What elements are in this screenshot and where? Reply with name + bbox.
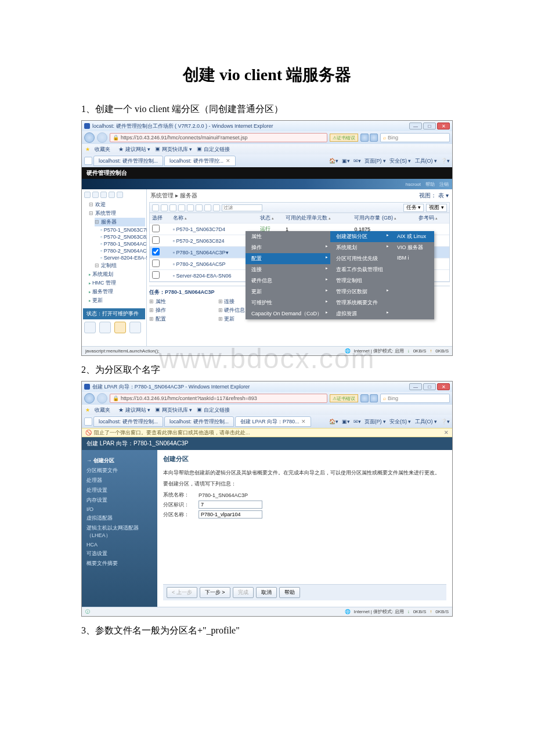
ctx-item[interactable]: 管理定制组 (330, 275, 391, 286)
col-status[interactable]: 状态 (258, 213, 283, 224)
forward-button[interactable] (97, 132, 107, 143)
ctx-item[interactable]: 创建逻辑分区 (330, 231, 391, 242)
wizard-step[interactable]: 分区概要文件 (86, 466, 153, 476)
url-input[interactable]: 🔒https://10.43.246.91/hmc/connects/mainu… (110, 133, 327, 142)
nav-fwd-icon[interactable] (92, 192, 99, 198)
tbl-refresh-icon[interactable] (204, 204, 211, 211)
fav-suggested[interactable]: ★ 建议网站 ▾ (118, 406, 150, 414)
status-error-icon[interactable] (99, 322, 111, 333)
tab-close-icon[interactable]: ✕ (301, 419, 306, 424)
favorites-label[interactable]: 收藏夹 (95, 146, 110, 153)
mail-icon[interactable]: ✉▾ (353, 158, 361, 164)
fav-webslice[interactable]: ▣ 网页快讯库 ▾ (155, 146, 192, 153)
favorites-icon[interactable]: ★ (85, 146, 90, 152)
fav-custom[interactable]: ▣ 自定义链接 (197, 146, 230, 153)
wizard-step[interactable]: 逻辑主机以太网适配器（LHEA） (86, 523, 153, 541)
nav-servers[interactable]: 服务器 (95, 218, 145, 226)
window-minimize-button[interactable]: — (409, 123, 422, 129)
ctx-item[interactable]: AIX 或 Linux (391, 231, 434, 242)
ctx-item[interactable]: VIO 服务器 (391, 242, 434, 253)
wizard-step[interactable]: 内存设置 (86, 495, 153, 505)
filter-input[interactable] (222, 204, 262, 211)
row-checkbox[interactable] (152, 260, 160, 267)
nav-svcmgmt[interactable]: 服务管理 (89, 287, 145, 296)
nav-sysmgmt[interactable]: 系统管理 (89, 209, 145, 218)
col-mem[interactable]: 可用内存量 (GB) (352, 213, 416, 224)
prev-button[interactable]: < 上一步 (167, 587, 197, 598)
browser-tab[interactable]: localhost: 硬件管理控制... (93, 416, 163, 427)
wizard-step[interactable]: 可选设置 (86, 549, 153, 559)
back-button[interactable] (84, 393, 95, 404)
nav-server-item[interactable]: P780-1_SN064AC3P (100, 240, 145, 247)
help-button[interactable]: 帮助 (279, 587, 300, 598)
popup-close-icon[interactable]: ✕ (444, 430, 449, 435)
back-button[interactable] (84, 132, 95, 143)
nav-welcome[interactable]: 欢迎 (89, 200, 145, 209)
search-input[interactable]: ⌕Bing (380, 394, 450, 403)
status-ok-icon[interactable] (129, 322, 141, 333)
refresh-icon[interactable] (360, 394, 369, 402)
tasks-menu[interactable]: 任务 ▾ (403, 204, 424, 212)
mail-icon[interactable]: ✉▾ (353, 419, 361, 424)
tbl-sort-icon[interactable] (196, 204, 203, 211)
tbl-copy-icon[interactable] (161, 204, 168, 211)
quick-tabs-icon[interactable] (84, 157, 92, 165)
url-input[interactable]: 🔒https://10.43.246.91/hmc/content?taskId… (110, 394, 327, 403)
browser-tab[interactable]: localhost: 硬件管理控制... (93, 156, 163, 166)
input-partition-id[interactable] (199, 501, 262, 509)
cancel-button[interactable]: 取消 (256, 587, 277, 598)
cert-error-button[interactable]: ⚠ 证书错误 (330, 394, 358, 402)
ctx-item[interactable]: 更新 (246, 286, 330, 297)
input-partition-name[interactable] (199, 510, 262, 519)
status-warn-icon[interactable] (114, 322, 126, 333)
window-minimize-button[interactable]: — (409, 383, 422, 390)
wizard-step[interactable]: HCA (86, 541, 153, 549)
feeds-icon[interactable]: ▣▾ (342, 419, 350, 424)
help-icon[interactable]: ❔▾ (441, 419, 450, 424)
window-maximize-button[interactable]: □ (423, 383, 436, 390)
col-name[interactable]: 名称 (171, 213, 258, 224)
safety-menu[interactable]: 安全(S) ▾ (389, 418, 412, 426)
task-link[interactable]: 硬件信息 (218, 306, 246, 315)
nav-hmcmgmt[interactable]: HMC 管理 (89, 279, 145, 287)
page-menu[interactable]: 页面(P) ▾ (365, 418, 387, 426)
ctx-item[interactable]: Capacity On Demand（CoD） (246, 308, 330, 319)
stop-icon[interactable] (370, 134, 378, 142)
ctx-item[interactable]: IBM i (391, 253, 434, 262)
nav-home-icon[interactable] (100, 192, 107, 198)
tools-menu[interactable]: 工具(O) ▾ (415, 418, 438, 426)
row-checkbox[interactable] (152, 225, 160, 232)
task-link[interactable]: 操作 (149, 306, 166, 315)
nav-server-item[interactable]: Server-8204-E8A-SN062A386 (100, 254, 145, 261)
fav-suggested[interactable]: ★ 建议网站 ▾ (118, 146, 150, 153)
wizard-step[interactable]: 处理设置 (86, 485, 153, 495)
tab-close-icon[interactable]: ✕ (226, 158, 230, 164)
window-close-button[interactable]: ✕ (437, 123, 450, 129)
wizard-step[interactable]: 概要文件摘要 (86, 559, 153, 568)
nav-server-item[interactable]: P570-1_SN063C7D4 (100, 226, 145, 233)
hmc-help-link[interactable]: 帮助 (425, 181, 435, 188)
browser-tab[interactable]: localhost: 硬件管理控... ✕ (164, 156, 236, 166)
col-select[interactable]: 选择 (150, 213, 171, 224)
browser-tab[interactable]: localhost: 硬件管理控制... (164, 416, 234, 427)
nav-server-item[interactable]: P570-2_SN063C824 (100, 233, 145, 240)
forward-button[interactable] (97, 393, 107, 404)
ctx-item[interactable]: 管理系统概要文件 (330, 297, 391, 308)
nav-custom[interactable]: 定制组 (95, 261, 145, 270)
refresh-icon[interactable] (360, 134, 369, 142)
ctx-item[interactable]: 操作 (246, 242, 330, 253)
ctx-item[interactable]: 可维护性 (246, 297, 330, 308)
tbl-del-icon[interactable] (178, 204, 185, 211)
window-maximize-button[interactable]: □ (423, 123, 436, 129)
views-menu[interactable]: 视图 ▾ (426, 204, 447, 212)
nav-update[interactable]: 更新 (89, 296, 145, 305)
ctx-item[interactable]: 硬件信息 (246, 275, 330, 286)
help-icon[interactable]: ❔▾ (441, 158, 450, 164)
ctx-item[interactable]: 管理分区数据 (330, 286, 391, 297)
task-link[interactable]: 连接 (218, 297, 246, 306)
favorites-icon[interactable]: ★ (85, 407, 90, 413)
tbl-cfg-icon[interactable] (213, 204, 220, 211)
status-info-icon[interactable] (84, 322, 96, 333)
wizard-step[interactable]: I/O (86, 505, 153, 513)
safety-menu[interactable]: 安全(S) ▾ (389, 157, 412, 165)
